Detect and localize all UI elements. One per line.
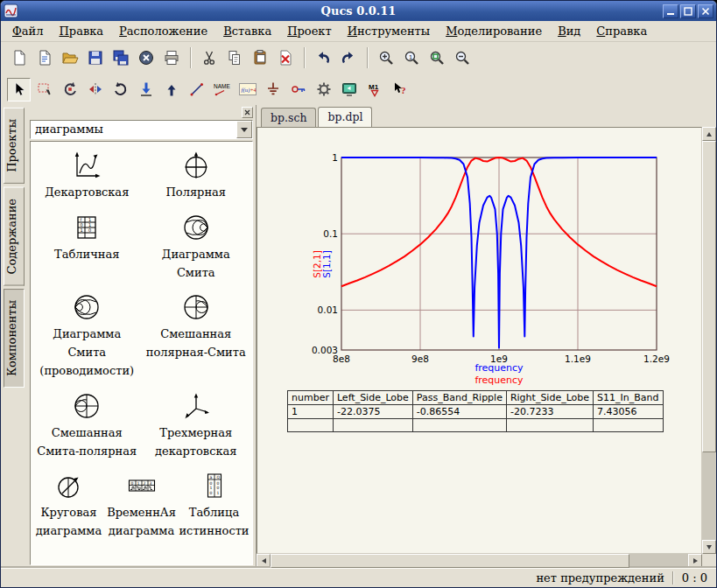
toolbar-work: NAME f(u)+4 M1 ? bbox=[1, 74, 716, 105]
new-text-button[interactable] bbox=[32, 46, 56, 70]
sidebar-tab-contents[interactable]: Содержание bbox=[4, 187, 25, 286]
close-button[interactable] bbox=[698, 4, 713, 18]
tab-bp-dpl[interactable]: bp.dpl bbox=[318, 107, 372, 128]
menu-item-tools[interactable]: Инструменты bbox=[340, 23, 438, 39]
scroll-right-button[interactable] bbox=[688, 554, 702, 568]
rotate-cw-icon bbox=[112, 80, 130, 98]
component-tabular[interactable]: f10110 Табличная bbox=[32, 213, 142, 283]
menu-item-simulation[interactable]: Моделирование bbox=[438, 23, 550, 39]
horizontal-scroll-trough[interactable] bbox=[271, 554, 688, 568]
vertical-scroll-trough[interactable] bbox=[702, 141, 716, 540]
marker-button[interactable]: M1 bbox=[362, 78, 386, 102]
scroll-left-button[interactable] bbox=[257, 554, 271, 568]
select-marquee-button[interactable] bbox=[32, 78, 56, 102]
menu-item-help[interactable]: Справка bbox=[588, 23, 655, 39]
diagram-svg[interactable]: 8e89e81e91.1e91.2e910.10.010.003S[2,1]S[… bbox=[299, 150, 685, 396]
whats-this-button[interactable]: ? bbox=[388, 78, 411, 102]
data-display-canvas[interactable]: 8e89e81e91.1e91.2e910.10.010.003S[2,1]S[… bbox=[257, 127, 702, 554]
scroll-down-button[interactable] bbox=[702, 540, 716, 554]
sidebar-tab-components[interactable]: Компоненты bbox=[4, 289, 25, 388]
close-document-button[interactable] bbox=[134, 46, 158, 70]
zoom-one-button[interactable]: 1 bbox=[399, 46, 423, 70]
move-down-button[interactable] bbox=[134, 78, 158, 102]
new-file-icon bbox=[11, 49, 28, 66]
component-smith-chart[interactable]: Диаграмма Смита bbox=[142, 213, 251, 283]
wire-label-button[interactable]: NAME bbox=[210, 78, 234, 102]
data-display-button[interactable] bbox=[337, 78, 361, 102]
vertical-scrollbar[interactable] bbox=[702, 127, 716, 554]
component-category-select[interactable]: диаграммы bbox=[30, 120, 253, 139]
result-table[interactable]: number Left_Side_Lobe Pass_Band_Ripple R… bbox=[287, 390, 664, 432]
rotate-ccw-button[interactable] bbox=[58, 78, 81, 102]
component-polar-smith-combi[interactable]: Смешанная полярная-Смита bbox=[142, 292, 251, 380]
combo-dropdown-button[interactable] bbox=[236, 121, 252, 138]
truth-table-icon: aQ001001 bbox=[200, 471, 229, 500]
paste-button[interactable] bbox=[248, 46, 271, 70]
component-smith-polar-combi[interactable]: Смешанная Смита-полярная bbox=[32, 391, 142, 461]
maximize-button[interactable] bbox=[680, 4, 696, 18]
cut-button[interactable] bbox=[197, 46, 221, 70]
equation-button[interactable]: f(u)+4 bbox=[235, 78, 259, 102]
undo-button[interactable] bbox=[311, 46, 334, 70]
svg-text:Q: Q bbox=[216, 475, 220, 480]
table-cell: -22.0375 bbox=[333, 405, 412, 419]
table-cell bbox=[506, 419, 593, 432]
horizontal-scroll-thumb[interactable] bbox=[271, 554, 629, 568]
menu-item-file[interactable]: Файл bbox=[4, 23, 51, 39]
pointer-button[interactable] bbox=[7, 78, 31, 102]
component-label: Декартовская bbox=[45, 184, 129, 202]
save-button[interactable] bbox=[83, 46, 107, 70]
column-header: Left_Side_Lobe bbox=[333, 391, 412, 405]
menu-item-project[interactable]: Проект bbox=[279, 23, 340, 39]
svg-text:1: 1 bbox=[81, 228, 83, 233]
move-up-button[interactable] bbox=[159, 78, 183, 102]
simulate-button[interactable] bbox=[312, 78, 335, 102]
minimize-button[interactable] bbox=[663, 4, 678, 18]
components-panel: диаграммы Декартовская Полярная f10110 Т… bbox=[27, 105, 257, 568]
polar-diagram-icon bbox=[181, 150, 211, 180]
menu-item-view[interactable]: Вид bbox=[550, 23, 588, 39]
zoom-in-button[interactable] bbox=[374, 46, 397, 70]
new-file-button[interactable] bbox=[7, 46, 31, 70]
arrow-right-icon bbox=[693, 558, 698, 564]
component-cartesian-3d[interactable]: Трехмерная декартовская bbox=[142, 391, 251, 461]
sidebar-tab-projects[interactable]: Проекты bbox=[4, 108, 25, 184]
move-up-icon bbox=[163, 80, 180, 98]
svg-text:0.01: 0.01 bbox=[318, 304, 338, 315]
rotate-cw-button[interactable] bbox=[109, 78, 132, 102]
component-polar-diagram[interactable]: Полярная bbox=[142, 150, 251, 202]
wire-button[interactable] bbox=[185, 78, 208, 102]
scrollbar-corner bbox=[702, 554, 716, 568]
ground-button[interactable] bbox=[261, 78, 285, 102]
tab-bp-sch[interactable]: bp.sch bbox=[261, 108, 316, 127]
close-document-icon bbox=[137, 49, 155, 66]
delete-button[interactable] bbox=[273, 46, 297, 70]
component-smith-chart-admittance[interactable]: Диаграмма Смита (проводимости) bbox=[32, 292, 142, 380]
vertical-scroll-thumb[interactable] bbox=[702, 141, 716, 452]
print-button[interactable] bbox=[159, 46, 183, 70]
menu-item-positioning[interactable]: Расположение bbox=[111, 23, 215, 39]
panel-close-button[interactable] bbox=[242, 107, 253, 118]
menu-item-edit[interactable]: Правка bbox=[51, 23, 111, 39]
menu-item-insert[interactable]: Вставка bbox=[215, 23, 279, 39]
save-icon bbox=[87, 49, 104, 66]
component-label: Трехмерная декартовская bbox=[144, 424, 249, 461]
undo-icon bbox=[314, 49, 332, 66]
redo-button[interactable] bbox=[336, 46, 360, 70]
svg-text:M1: M1 bbox=[369, 83, 379, 91]
port-button[interactable] bbox=[286, 78, 310, 102]
component-locus-curve[interactable]: Круговая диаграмма bbox=[32, 471, 105, 541]
open-button[interactable] bbox=[58, 46, 81, 70]
component-truth-table[interactable]: aQ001001 Таблица истинности bbox=[178, 471, 250, 541]
scroll-up-button[interactable] bbox=[702, 127, 716, 141]
copy-button[interactable] bbox=[222, 46, 246, 70]
zoom-fit-button[interactable] bbox=[425, 46, 448, 70]
component-cartesian-diagram[interactable]: Декартовская bbox=[32, 150, 142, 202]
tabular-icon: f10110 bbox=[72, 213, 102, 242]
save-all-button[interactable] bbox=[109, 46, 132, 70]
horizontal-scrollbar[interactable] bbox=[257, 554, 702, 568]
zoom-out-button[interactable] bbox=[450, 46, 474, 70]
paste-icon bbox=[251, 49, 269, 66]
component-timing-diagram[interactable]: 0123 ВременнАя диаграмма bbox=[105, 471, 178, 541]
mirror-x-button[interactable] bbox=[83, 78, 107, 102]
